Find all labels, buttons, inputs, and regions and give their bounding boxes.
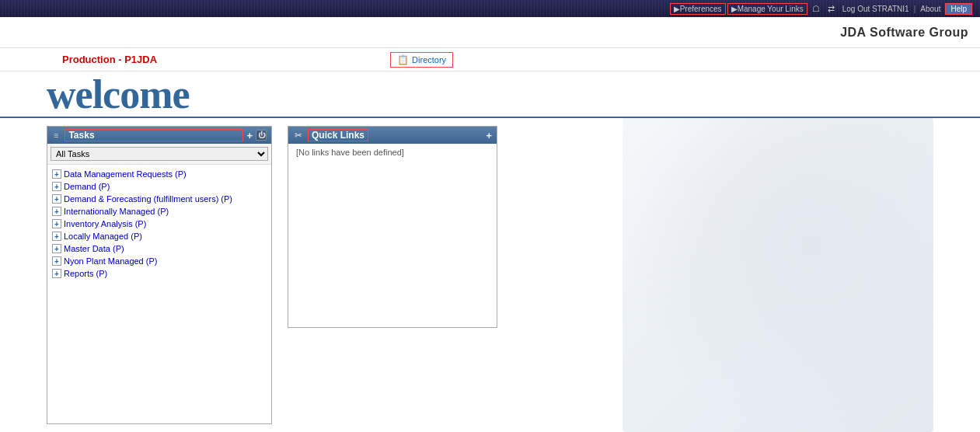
task-item-reports[interactable]: + Reports (P) xyxy=(52,267,267,280)
header: JDA Software Group xyxy=(0,17,980,48)
task-item-nyon[interactable]: + Nyon Plant Managed (P) xyxy=(52,255,267,267)
directory-link[interactable]: 📋 Directory xyxy=(390,52,453,68)
task-label-reports: Reports (P) xyxy=(64,269,107,278)
directory-icon: 📋 xyxy=(397,54,409,65)
separator: | xyxy=(914,5,916,13)
quicklinks-panel-title: Quick Links xyxy=(308,130,483,141)
production-area: Production - P1JDA 📋 Directory xyxy=(0,48,980,71)
task-item-internationally[interactable]: + Internationally Managed (P) xyxy=(52,205,267,218)
manage-links-link[interactable]: ▶Manage Your Links xyxy=(727,3,807,15)
tasks-filter: All Tasks xyxy=(47,144,271,165)
preferences-link[interactable]: ▶Preferences xyxy=(670,3,726,15)
quicklinks-add-button[interactable]: + xyxy=(486,130,492,141)
task-expand-icon[interactable]: + xyxy=(52,169,61,179)
welcome-area: welcome xyxy=(0,71,980,118)
task-label-nyon: Nyon Plant Managed (P) xyxy=(64,256,157,266)
task-expand-icon[interactable]: + xyxy=(52,269,61,278)
brand-name: JDA Software Group xyxy=(840,26,968,40)
task-expand-icon[interactable]: + xyxy=(52,182,61,191)
main-content: ≡ Tasks + ⏻ All Tasks + Data Management … xyxy=(0,118,980,432)
directory-link-text: Directory xyxy=(412,55,446,64)
task-item-demand[interactable]: + Demand (P) xyxy=(52,180,267,193)
tasks-panel-title: Tasks xyxy=(65,129,243,141)
top-bar: ▶Preferences ▶Manage Your Links ☖ ⇄ Log … xyxy=(0,0,980,17)
task-expand-icon[interactable]: + xyxy=(52,244,61,253)
quicklinks-panel-body: [No links have been defined] xyxy=(288,144,497,327)
no-links-text: [No links have been defined] xyxy=(293,145,407,160)
quicklinks-title-box: Quick Links xyxy=(308,129,368,141)
task-item-locally[interactable]: + Locally Managed (P) xyxy=(52,230,267,242)
tasks-add-button[interactable]: + xyxy=(246,130,253,141)
task-expand-icon[interactable]: + xyxy=(52,232,61,241)
task-label-internationally: Internationally Managed (P) xyxy=(64,207,169,216)
task-label-demand-forecasting: Demand & Forecasting (fulfillment users)… xyxy=(64,194,232,204)
about-link[interactable]: About xyxy=(917,4,943,14)
production-label: Production - P1JDA xyxy=(62,54,157,65)
task-expand-icon[interactable]: + xyxy=(52,256,61,266)
task-expand-icon[interactable]: + xyxy=(52,194,61,204)
help-button[interactable]: Help xyxy=(945,3,972,15)
task-expand-icon[interactable]: + xyxy=(52,207,61,216)
monitor-icon2[interactable]: ⇄ xyxy=(825,3,838,15)
tasks-drag-icon[interactable]: ≡ xyxy=(54,131,58,140)
background-watermark xyxy=(623,118,933,432)
task-label-locally: Locally Managed (P) xyxy=(64,232,142,241)
tasks-panel-body: + Data Management Requests (P) + Demand … xyxy=(47,165,271,423)
monitor-icon1[interactable]: ☖ xyxy=(809,3,823,15)
tasks-close-icon: ⏻ xyxy=(258,131,265,139)
quicklinks-drag-icon[interactable]: ✂ xyxy=(295,131,302,141)
task-label-master-data: Master Data (P) xyxy=(64,244,124,253)
tasks-filter-select[interactable]: All Tasks xyxy=(51,147,268,161)
tasks-close-button[interactable]: ⏻ xyxy=(256,130,267,141)
tasks-panel: ≡ Tasks + ⏻ All Tasks + Data Management … xyxy=(47,126,272,424)
logout-link[interactable]: Log Out STRATNI1 xyxy=(839,4,912,14)
welcome-text: welcome xyxy=(47,71,190,117)
quicklinks-panel-header: ✂ Quick Links + xyxy=(288,127,497,144)
task-item-data-management[interactable]: + Data Management Requests (P) xyxy=(52,168,267,180)
task-label-inventory: Inventory Analysis (P) xyxy=(64,219,146,228)
task-expand-icon[interactable]: + xyxy=(52,219,61,228)
quicklinks-panel: ✂ Quick Links + [No links have been defi… xyxy=(288,126,497,328)
task-label-demand: Demand (P) xyxy=(64,182,110,191)
task-item-master-data[interactable]: + Master Data (P) xyxy=(52,242,267,255)
tasks-panel-header: ≡ Tasks + ⏻ xyxy=(47,127,271,144)
task-item-demand-forecasting[interactable]: + Demand & Forecasting (fulfillment user… xyxy=(52,193,267,205)
top-nav: ▶Preferences ▶Manage Your Links ☖ ⇄ Log … xyxy=(670,3,972,15)
task-label-data-management: Data Management Requests (P) xyxy=(64,169,187,179)
task-item-inventory[interactable]: + Inventory Analysis (P) xyxy=(52,218,267,230)
